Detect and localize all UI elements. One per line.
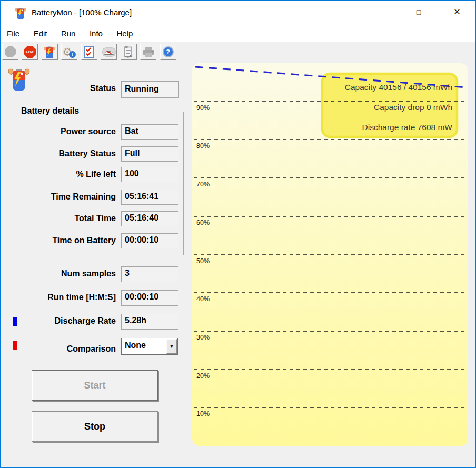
info-capacity: Capacity 40156 / 40156 mWh (345, 83, 452, 92)
time-remaining-value: 05:16:41 (121, 190, 178, 205)
menu-info[interactable]: Info (84, 25, 108, 42)
power-source-value: Bat (121, 124, 178, 140)
info-capacity-drop: Capacity drop 0 mWh (374, 103, 452, 112)
gauge-button[interactable] (101, 44, 117, 60)
life-left-label: % Life left (12, 170, 116, 179)
y-tick-70: 70% (196, 181, 210, 188)
discharge-rate-value: 5.28h (121, 314, 178, 330)
y-tick-60: 60% (196, 219, 210, 226)
menu-edit[interactable]: Edit (28, 25, 53, 42)
comparison-rate-label: Comparison Rate (12, 342, 116, 359)
status-value: Running (121, 81, 179, 98)
battery-chart: 90% 80% 70% 60% 50% 40% 30% 20% 10% Capa… (192, 63, 468, 446)
life-left-value: 100 (121, 167, 178, 182)
battery-details-title: Battery details (18, 106, 82, 116)
comparison-rate-value: None (125, 341, 146, 350)
window-title: BatteryMon - [100% Charge] (32, 8, 132, 17)
info-discharge-rate: Discharge rate 7608 mW (362, 123, 453, 132)
status-label: Status (12, 84, 116, 93)
y-tick-40: 40% (196, 295, 210, 303)
menu-help[interactable]: Help (111, 25, 138, 42)
log-button[interactable] (121, 44, 137, 60)
minimize-icon[interactable]: — (369, 1, 393, 23)
record-button[interactable] (2, 44, 18, 60)
y-tick-30: 30% (196, 334, 210, 341)
menu-run[interactable]: Run (55, 25, 82, 42)
toolbar: STOP ⚙ ! (1, 42, 475, 63)
time-remaining-label: Time Remaining (12, 192, 116, 202)
close-icon[interactable]: ✕ (445, 1, 469, 23)
checklist-button[interactable] (81, 44, 97, 60)
battery-status-label: Battery Status (12, 149, 116, 158)
comparison-rate-select[interactable]: None ▼ (121, 338, 178, 355)
y-tick-50: 50% (196, 257, 210, 265)
start-button[interactable]: Start (32, 370, 158, 401)
settings-button[interactable]: ⚙ ! (61, 44, 77, 60)
stop-icon: STOP (24, 46, 36, 58)
checklist-icon (83, 46, 95, 58)
y-tick-10: 10% (196, 410, 210, 417)
maximize-icon[interactable]: □ (406, 1, 431, 23)
batterymon-window: BatteryMon - [100% Charge] — □ ✕ File Ed… (0, 0, 476, 468)
log-icon (123, 45, 134, 58)
num-samples-label: Num samples (12, 269, 116, 278)
power-source-label: Power source (12, 127, 116, 136)
app-icon (15, 7, 26, 19)
menu-bar: File Edit Run Info Help (1, 25, 475, 42)
stop-button[interactable]: Stop (32, 411, 158, 442)
help-button[interactable]: ? (160, 44, 176, 60)
help-icon: ? (163, 46, 174, 57)
battery-button[interactable] (42, 44, 58, 60)
printer-icon (142, 46, 155, 58)
run-time-value: 00:00:10 (121, 290, 178, 306)
print-button[interactable] (140, 44, 156, 60)
time-on-battery-label: Time on Battery (12, 236, 116, 245)
stop-toolbar-button[interactable]: STOP (22, 44, 38, 60)
time-on-battery-value: 00:00:10 (121, 233, 178, 248)
title-bar: BatteryMon - [100% Charge] — □ ✕ (1, 1, 475, 25)
menu-file[interactable]: File (1, 25, 25, 42)
chevron-down-icon[interactable]: ▼ (166, 339, 177, 354)
run-time-label: Run time [H:M:S] (12, 293, 116, 302)
battery-status-value: Full (121, 146, 178, 162)
gauge-icon (102, 47, 115, 56)
discharge-rate-label: Discharge Rate (12, 316, 116, 326)
y-tick-20: 20% (196, 372, 210, 380)
record-icon (5, 46, 16, 57)
y-tick-90: 90% (196, 104, 210, 112)
num-samples-value: 3 (121, 266, 178, 282)
total-time-value: 05:16:40 (121, 211, 178, 226)
alert-badge-icon: ! (69, 51, 76, 58)
y-tick-80: 80% (196, 142, 210, 150)
battery-icon (43, 45, 56, 58)
total-time-label: Total Time (12, 214, 116, 223)
